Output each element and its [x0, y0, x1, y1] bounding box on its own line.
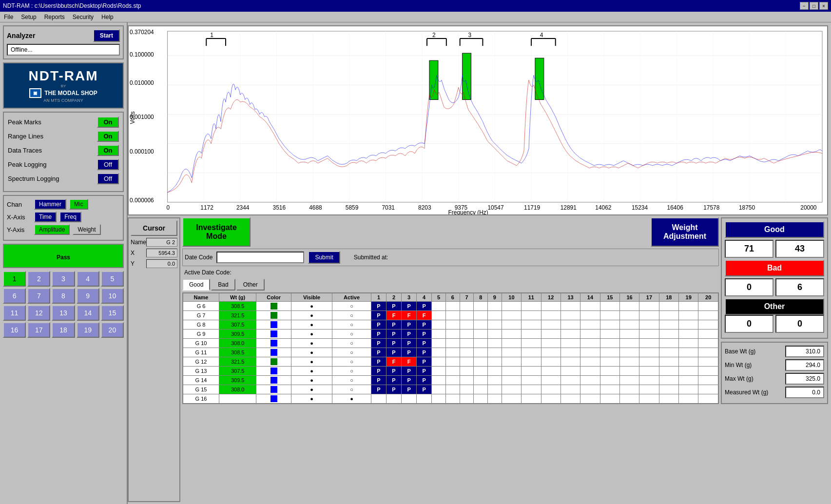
menu-reports[interactable]: Reports: [42, 13, 67, 21]
cell-visible: ●: [291, 302, 332, 311]
hammer-button[interactable]: Hammer: [34, 199, 66, 210]
logo-mts: AN MTS COMPANY: [9, 98, 118, 103]
number-btn-1[interactable]: 1: [3, 271, 26, 287]
range-lines-button[interactable]: On: [97, 131, 119, 142]
number-btn-8[interactable]: 8: [52, 288, 75, 304]
number-btn-18[interactable]: 18: [52, 322, 75, 338]
cell-col-10: [502, 385, 521, 394]
cell-color: [256, 330, 291, 339]
cursor-name-input[interactable]: G 2: [146, 238, 177, 247]
cell-col-15: [600, 376, 619, 385]
cell-col-15: [600, 311, 619, 320]
spectrum-logging-button[interactable]: Off: [97, 173, 119, 184]
cell-col-7: [460, 339, 474, 348]
number-btn-16[interactable]: 16: [3, 322, 26, 338]
cell-col-4: P: [417, 320, 432, 330]
cell-visible: ●: [291, 339, 332, 348]
svg-text:Frequency (Hz): Frequency (Hz): [448, 209, 488, 214]
time-button[interactable]: Time: [34, 212, 57, 222]
weight-button[interactable]: Weight: [73, 224, 100, 235]
cursor-y-input[interactable]: 0.0: [146, 259, 177, 268]
number-btn-3[interactable]: 3: [52, 271, 75, 287]
menu-security[interactable]: Security: [71, 13, 96, 21]
peak-logging-button[interactable]: Off: [97, 159, 119, 170]
tab-other[interactable]: Other: [236, 279, 265, 291]
cell-col-8: [474, 385, 488, 394]
peak-marks-button[interactable]: On: [97, 116, 119, 128]
cell-col-5: [432, 357, 446, 367]
pass-section: Pass: [3, 244, 124, 268]
table-header-row: Name Wt (g) Color Visible Active 1 2 3 4…: [183, 293, 718, 302]
mic-button[interactable]: Mic: [69, 199, 88, 210]
cell-col-11: [522, 302, 541, 311]
freq-button[interactable]: Freq: [59, 212, 81, 222]
cell-name: G 6: [183, 302, 219, 311]
close-button[interactable]: ×: [819, 2, 828, 10]
number-btn-6[interactable]: 6: [3, 288, 26, 304]
table-row: G 13307.5●○PPPP: [183, 367, 718, 376]
yaxis-label: Y-Axis: [7, 226, 31, 233]
data-traces-button[interactable]: On: [97, 145, 119, 156]
col-15: 15: [600, 293, 619, 302]
cell-col-11: [522, 376, 541, 385]
number-btn-5[interactable]: 5: [101, 271, 124, 287]
date-code-input[interactable]: [216, 252, 304, 263]
number-btn-10[interactable]: 10: [101, 288, 124, 304]
tab-good[interactable]: Good: [182, 279, 210, 291]
number-btn-12[interactable]: 12: [27, 305, 50, 321]
active-date-code-row: Active Date Code:: [182, 268, 719, 277]
cursor-x-input[interactable]: 5954.3: [146, 249, 177, 257]
control-range-lines: Range Lines On: [8, 131, 119, 142]
submit-button[interactable]: Submit: [308, 251, 340, 264]
cell-col-10: [502, 367, 521, 376]
cell-col-14: [580, 339, 600, 348]
number-btn-13[interactable]: 13: [52, 305, 75, 321]
cell-col-12: [541, 357, 560, 367]
number-grid: 1234567891011121314151617181920: [3, 271, 124, 338]
number-btn-19[interactable]: 19: [77, 322, 99, 338]
svg-text:20000: 20000: [800, 204, 817, 211]
cell-col-12: [541, 302, 560, 311]
menu-help[interactable]: Help: [99, 13, 116, 21]
tab-bad[interactable]: Bad: [211, 279, 235, 291]
cursor-button[interactable]: Cursor: [131, 220, 177, 236]
number-btn-2[interactable]: 2: [27, 271, 50, 287]
other-button[interactable]: Other: [725, 298, 824, 315]
investigate-button[interactable]: InvestigateMode: [182, 217, 251, 247]
cell-col-9: [488, 385, 502, 394]
cell-col-14: [580, 348, 600, 357]
table-row: G 16●●: [183, 394, 718, 404]
number-btn-11[interactable]: 11: [3, 305, 26, 321]
cell-col-11: [522, 348, 541, 357]
cell-col-16: [619, 320, 639, 330]
cell-col-9: [488, 357, 502, 367]
cell-col-6: [445, 394, 460, 404]
cell-col-6: [445, 376, 460, 385]
number-btn-4[interactable]: 4: [77, 271, 99, 287]
cell-color: [256, 367, 291, 376]
amplitude-button[interactable]: Amplitude: [34, 224, 70, 235]
menu-file[interactable]: File: [2, 13, 15, 21]
start-button[interactable]: Start: [93, 29, 120, 42]
maximize-button[interactable]: □: [810, 2, 818, 10]
number-btn-7[interactable]: 7: [27, 288, 50, 304]
number-btn-15[interactable]: 15: [101, 305, 124, 321]
cell-color: [256, 348, 291, 357]
svg-text:0.100000: 0.100000: [130, 51, 154, 58]
col-14: 14: [580, 293, 600, 302]
number-btn-9[interactable]: 9: [77, 288, 99, 304]
bad-button[interactable]: Bad: [725, 260, 824, 276]
good-count-1: 71: [725, 240, 773, 258]
weight-adjustment-button[interactable]: WeightAdjustment: [651, 217, 719, 247]
number-btn-17[interactable]: 17: [27, 322, 50, 338]
cell-col-4: P: [417, 348, 432, 357]
number-btn-20[interactable]: 20: [101, 322, 124, 338]
minimize-button[interactable]: −: [800, 2, 809, 10]
good-button[interactable]: Good: [725, 221, 824, 238]
menu-setup[interactable]: Setup: [19, 13, 38, 21]
cell-active: ○: [332, 367, 371, 376]
svg-text:0.010000: 0.010000: [130, 79, 154, 86]
cell-col-17: [639, 330, 659, 339]
number-btn-14[interactable]: 14: [77, 305, 99, 321]
col-13: 13: [560, 293, 580, 302]
